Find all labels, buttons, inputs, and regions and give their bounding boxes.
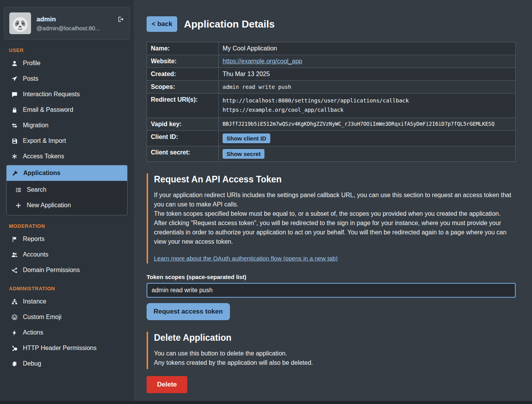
sidebar-item-label: HTTP Header Permissions — [23, 345, 97, 352]
sidebar-nav-moderation: Reports Accounts Domain Permissions — [4, 231, 130, 278]
detail-value: admin read write push — [219, 81, 516, 94]
sidebar-nav-administration: Instance Custom Emoji Actions HTTP Heade… — [4, 294, 130, 371]
table-row-name: Name: My Cool Application — [147, 42, 516, 55]
sidebar-item-posts[interactable]: Posts — [6, 71, 128, 87]
table-row-redirect-uris: Redirect URI(s): http://localhost:8080/s… — [147, 94, 516, 118]
oauth-docs-link[interactable]: Learn more about the OAuth authenticatio… — [154, 255, 338, 262]
sidebar-item-label: Custom Emoji — [23, 314, 62, 321]
sidebar-section-administration-label: ADMINISTRATION — [9, 286, 128, 291]
list-icon — [15, 187, 22, 193]
token-scopes-label: Token scopes (space-separated list) — [147, 274, 516, 280]
table-row-scopes: Scopes: admin read write push — [147, 81, 516, 94]
sidebar-section-user-label: USER — [9, 47, 128, 53]
sidebar-item-label: Search — [27, 186, 47, 193]
network-icon — [11, 267, 18, 274]
delete-section-heading: Delete Application — [154, 333, 516, 343]
sidebar-item-export-import[interactable]: Export & Import — [6, 133, 128, 149]
table-row-client-id: Client ID: Show client ID — [147, 130, 516, 146]
show-secret-button[interactable]: Show secret — [223, 149, 264, 159]
sign-out-icon[interactable] — [117, 16, 124, 23]
sidebar-item-label: Access Tokens — [23, 153, 64, 160]
token-section-paragraph: If your application redirect URIs includ… — [154, 191, 516, 209]
page-title: Application Details — [184, 18, 275, 30]
table-row-created: Created: Thu Mar 13 2025 — [147, 68, 516, 81]
back-button[interactable]: < back — [147, 16, 177, 32]
user-card[interactable]: admin @admin@localhost:80... — [4, 7, 130, 40]
detail-label: Client ID: — [147, 130, 219, 146]
save-icon — [11, 138, 18, 144]
sidebar: admin @admin@localhost:80... USER Profil… — [0, 0, 134, 401]
user-icon — [11, 60, 18, 67]
bolt-icon — [11, 329, 18, 336]
sidebar-item-actions[interactable]: Actions — [6, 325, 128, 340]
sidebar-item-label: Accounts — [23, 251, 48, 258]
detail-value: Show secret — [219, 146, 516, 161]
token-section-paragraph: After clicking "Request access token", y… — [154, 218, 516, 246]
detail-label: Client secret: — [147, 146, 219, 161]
user-meta: admin @admin@localhost:80... — [36, 16, 100, 31]
delete-application-section: Delete Application You can use this butt… — [147, 332, 516, 369]
paper-plane-icon — [11, 76, 18, 82]
sidebar-item-label: Domain Permissions — [23, 267, 80, 274]
sidebar-item-label: Export & Import — [23, 137, 66, 144]
user-name: admin — [36, 16, 100, 23]
sidebar-item-instance[interactable]: Instance — [6, 294, 128, 309]
sidebar-nav-user: Profile Posts Interaction Requests Email… — [4, 55, 130, 215]
token-section-heading: Request An API Access Token — [154, 174, 516, 185]
wrench-icon — [12, 170, 18, 177]
delete-section-line: You can use this button to delete the ap… — [154, 349, 516, 358]
detail-value: My Cool Application — [219, 42, 516, 55]
detail-label: Created: — [147, 68, 219, 81]
sidebar-item-profile[interactable]: Profile — [6, 55, 128, 71]
sidebar-item-interaction-requests[interactable]: Interaction Requests — [6, 87, 128, 102]
table-row-website: Website: https://example.org/cool_app — [147, 55, 516, 68]
table-row-vapid-key: Vapid key: BBJffJ219b5iE512m7wQSzv4KgKDh… — [147, 118, 516, 130]
detail-value: Show client ID — [219, 130, 516, 146]
sidebar-item-domain-permissions[interactable]: Domain Permissions — [6, 262, 128, 278]
main-content: < back Application Details Name: My Cool… — [134, 0, 532, 401]
token-request-section: Request An API Access Token If your appl… — [147, 173, 516, 264]
sidebar-item-accounts[interactable]: Accounts — [6, 247, 128, 262]
sidebar-group-applications: Applications Search New Application — [6, 165, 128, 215]
lock-icon — [11, 107, 18, 113]
redirect-uri: https://example.org/cool_app/callback — [223, 106, 511, 115]
detail-value: http://localhost:8080/settings/user/appl… — [219, 94, 516, 118]
avatar — [9, 12, 31, 34]
sidebar-item-custom-emoji[interactable]: Custom Emoji — [6, 309, 128, 325]
redirect-uri: http://localhost:8080/settings/user/appl… — [223, 96, 511, 106]
user-handle: @admin@localhost:80... — [36, 25, 100, 31]
sidebar-item-label: Instance — [23, 298, 46, 305]
token-section-paragraph: The token scopes specified below must be… — [154, 209, 516, 218]
table-row-client-secret: Client secret: Show secret — [147, 146, 516, 161]
detail-label: Scopes: — [147, 81, 219, 94]
sidebar-item-label: Email & Password — [23, 106, 73, 113]
sidebar-item-migration[interactable]: Migration — [6, 118, 128, 133]
sidebar-item-access-tokens[interactable]: Access Tokens — [6, 149, 128, 164]
sidebar-item-http-header-permissions[interactable]: HTTP Header Permissions — [6, 340, 128, 356]
sidebar-item-applications[interactable]: Applications — [7, 165, 127, 181]
token-scopes-input[interactable] — [147, 283, 516, 298]
application-details-table: Name: My Cool Application Website: https… — [147, 42, 516, 162]
website-link[interactable]: https://example.org/cool_app — [223, 58, 302, 64]
comment-icon — [11, 91, 18, 98]
sidebar-item-label: Profile — [23, 60, 40, 67]
request-access-token-button[interactable]: Request access token — [147, 303, 230, 320]
sidebar-item-label: Actions — [23, 329, 43, 336]
sidebar-item-label: Reports — [23, 236, 45, 243]
sidebar-item-reports[interactable]: Reports — [6, 231, 128, 247]
smile-icon — [11, 314, 18, 321]
delete-button[interactable]: Delete — [147, 376, 187, 393]
detail-label: Vapid key: — [147, 118, 219, 130]
avatar-image — [9, 12, 31, 34]
sidebar-item-label: Debug — [23, 360, 41, 367]
token-request-form: Token scopes (space-separated list) Requ… — [147, 274, 516, 320]
sidebar-item-new-application[interactable]: New Application — [7, 198, 127, 213]
transfer-arrows-icon — [11, 122, 18, 129]
sidebar-item-label: New Application — [27, 202, 71, 209]
applications-subnav: Search New Application — [7, 181, 127, 215]
show-client-id-button[interactable]: Show client ID — [223, 134, 270, 143]
sidebar-item-debug[interactable]: Debug — [6, 356, 128, 371]
sidebar-item-label: Interaction Requests — [23, 91, 80, 98]
sidebar-item-applications-search[interactable]: Search — [7, 182, 127, 198]
sidebar-item-email-password[interactable]: Email & Password — [6, 102, 128, 118]
